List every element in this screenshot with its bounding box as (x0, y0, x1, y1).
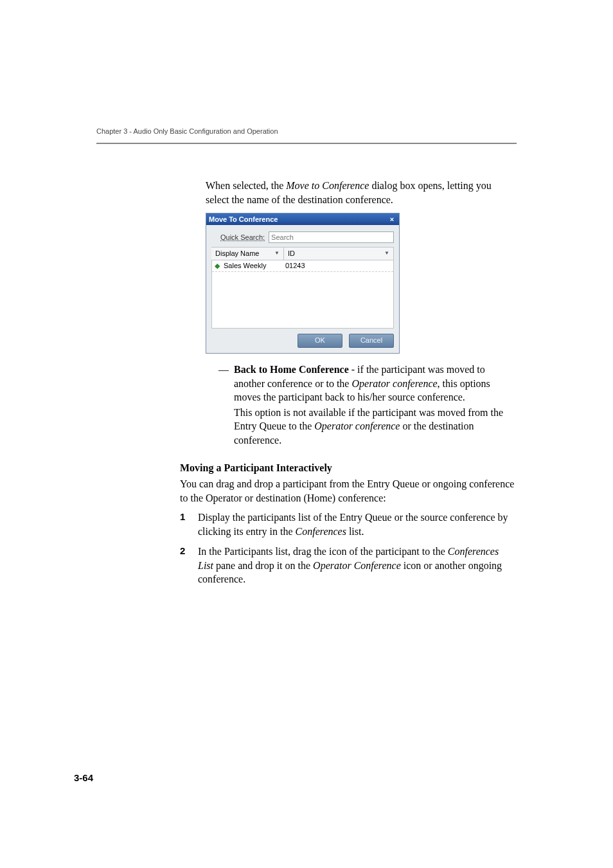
chevron-down-icon: ▼ (384, 250, 389, 257)
moving-heading: Moving a Participant Interactively (180, 462, 517, 474)
table-row[interactable]: ◆ Sales Weekly 01243 (212, 260, 393, 272)
move-to-conference-dialog: Move To Conference × Quick Search: Displ… (206, 213, 400, 354)
column-id[interactable]: ID ▼ (284, 248, 394, 260)
conference-icon: ◆ (212, 261, 222, 271)
search-input[interactable] (269, 231, 394, 243)
cancel-button[interactable]: Cancel (349, 334, 394, 348)
column-display-name[interactable]: Display Name ▼ (211, 248, 284, 260)
dialog-titlebar: Move To Conference × (206, 213, 399, 225)
list-dash: — (218, 363, 234, 404)
back-home-title: Back to Home Conference (234, 364, 349, 375)
intro-paragraph: When selected, the Move to Conference di… (206, 179, 517, 206)
intro-dialog-name: Move to Conference (286, 180, 369, 191)
table-body: ◆ Sales Weekly 01243 (211, 260, 394, 329)
step-1: 1 Display the participants list of the E… (180, 511, 517, 538)
step-text: Display the participants list of the Ent… (198, 511, 517, 538)
row-id: 01243 (281, 261, 305, 271)
moving-paragraph: You can drag and drop a participant from… (180, 477, 517, 505)
intro-prefix: When selected, the (206, 180, 286, 191)
back-home-note: This option is not available if the part… (234, 406, 517, 448)
step-2: 2 In the Participants list, drag the ico… (180, 545, 517, 586)
page-number: 3-64 (74, 772, 93, 783)
row-name: Sales Weekly (222, 261, 281, 271)
step-number: 2 (180, 545, 198, 586)
quick-search-label: Quick Search: (220, 233, 265, 242)
back-home-text: Back to Home Conference - if the partici… (234, 363, 517, 404)
chevron-down-icon: ▼ (274, 250, 280, 257)
table-headers: Display Name ▼ ID ▼ (211, 247, 394, 260)
dialog-title: Move To Conference (209, 213, 278, 225)
step-text: In the Participants list, drag the icon … (198, 545, 517, 586)
header-rule (96, 143, 517, 144)
ok-button[interactable]: OK (298, 334, 342, 348)
close-icon[interactable]: × (387, 213, 396, 225)
chapter-header: Chapter 3 - Audio Only Basic Configurati… (96, 127, 278, 135)
step-number: 1 (180, 511, 198, 538)
